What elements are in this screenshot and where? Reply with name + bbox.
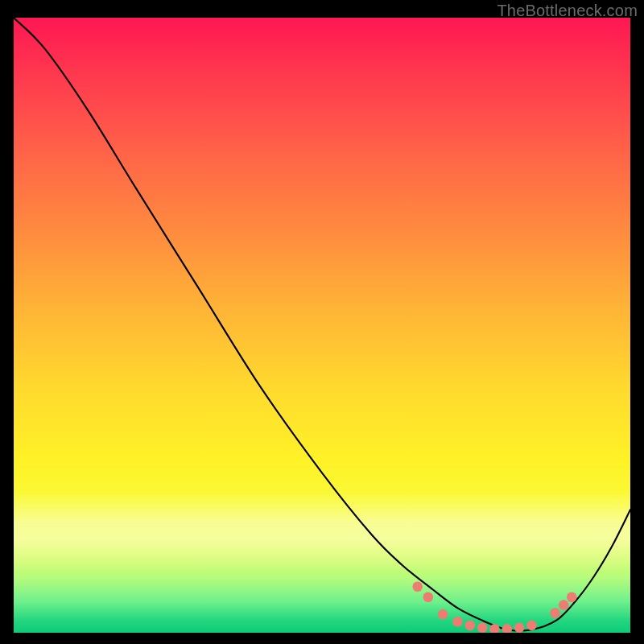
marker-dot bbox=[567, 592, 577, 602]
marker-dot bbox=[550, 608, 560, 618]
marker-dot bbox=[438, 609, 448, 620]
marker-dot bbox=[477, 623, 488, 633]
chart-frame bbox=[14, 18, 630, 633]
marker-dot bbox=[452, 617, 463, 627]
marker-dot bbox=[465, 621, 476, 631]
marker-dot bbox=[502, 624, 513, 633]
marker-dot bbox=[514, 623, 525, 633]
marker-dot bbox=[526, 621, 537, 631]
chart-svg bbox=[14, 18, 630, 633]
watermark-text: TheBottleneck.com bbox=[497, 2, 638, 20]
marker-dot bbox=[412, 581, 423, 592]
marker-dot bbox=[489, 624, 500, 633]
marker-dot bbox=[423, 592, 433, 602]
marker-dots bbox=[412, 581, 576, 633]
marker-dot bbox=[559, 600, 569, 610]
curve-line bbox=[14, 18, 630, 631]
